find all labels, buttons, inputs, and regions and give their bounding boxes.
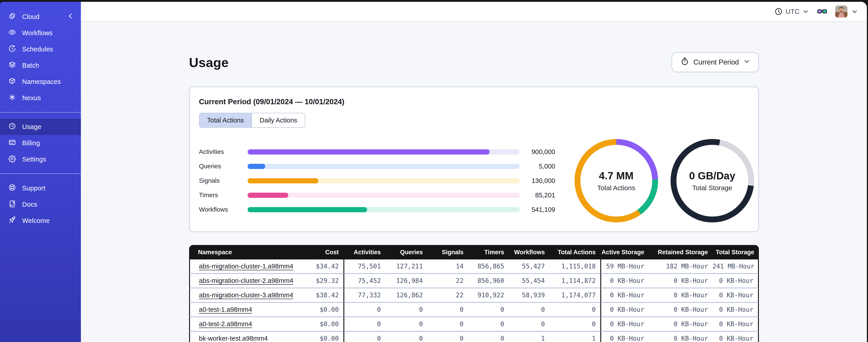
bar-track [248,149,520,155]
page-content: Usage Current Period [81,22,867,342]
sidebar-item-label: Settings [22,156,46,163]
sidebar-item-label: Welcome [22,217,50,225]
value-cell: 0 [385,332,428,342]
namespace-cell: abs-migration-cluster-2.a98mm4 [189,274,316,288]
namespace-link[interactable]: abs-migration-cluster-2.a98mm4 [199,277,293,284]
column-header: Timers [468,245,509,260]
value-cell: $0.00 [316,317,343,332]
tab-total-actions[interactable]: Total Actions [199,113,252,127]
sidebar-item-billing[interactable]: Billing [0,135,81,151]
sidebar-item-label: Batch [22,62,39,69]
settings-gear-icon [8,155,16,164]
value-cell: 0 KB-Hour [600,332,649,342]
panel-title: Current Period (09/01/2024 — 10/01/2024) [199,98,749,106]
value-cell: 126,862 [385,288,428,303]
value-cell: 0 [509,317,550,332]
namespace-cell: abs-migration-cluster-3.a98mm4 [189,288,316,303]
value-cell: 0 [385,317,428,332]
tab-daily-actions[interactable]: Daily Actions [251,113,305,127]
bar-fill [248,149,490,155]
sidebar-item-docs[interactable]: Docs [0,196,81,212]
bar-track [248,193,520,198]
value-cell: 182 MB-Hour [649,260,713,274]
sidebar-item-settings[interactable]: Settings [0,151,81,167]
value-cell: 0 KB-Hour [713,317,759,332]
value-cell: 0 KB-Hour [713,274,759,288]
sidebar-item-namespaces[interactable]: Namespaces [0,73,81,90]
sidebar-item-usage[interactable]: Usage [0,119,81,135]
table-row: a0-test-2.a98mm4$0.000000000 KB-Hour0 KB… [189,317,759,332]
chevron-down-icon [743,58,750,67]
namespace-link[interactable]: a0-test-1.a98mm4 [199,306,252,313]
usage-bar-row: Queries5,000 [199,159,555,173]
timezone-selector[interactable]: UTC [774,7,809,16]
user-menu[interactable] [835,5,858,18]
sidebar-brand[interactable]: Cloud [0,8,81,25]
value-cell: 0 KB-Hour [600,288,649,303]
sidebar-item-label: Support [22,184,45,192]
namespace-link[interactable]: bk-worker-test.a98mm4 [199,335,268,342]
namespace-link[interactable]: abs-migration-cluster-1.a98mm4 [199,263,293,270]
docs-book-icon [8,200,16,209]
value-cell: 77,332 [343,288,385,303]
value-cell: 0 KB-Hour [600,274,649,288]
bar-value: 130,000 [520,177,555,184]
sidebar-item-welcome[interactable]: Welcome [0,212,81,229]
total-storage-value: 0 GB/Day [689,170,735,182]
value-cell: $0.00 [316,303,343,317]
value-cell: $0.00 [316,332,343,342]
brand-label: Cloud [22,13,39,21]
schedules-icon [8,44,16,54]
sidebar-item-workflows[interactable]: Workflows [0,25,81,41]
column-header: Workflows [509,245,550,260]
value-cell: 0 KB-Hour [713,288,759,303]
current-period-panel: Current Period (09/01/2024 — 10/01/2024)… [189,87,759,232]
sidebar-item-label: Workflows [22,29,53,37]
support-lifering-icon [8,183,16,193]
table-row: abs-migration-cluster-3.a98mm4$38.4277,3… [189,288,759,303]
namespace-link[interactable]: abs-migration-cluster-3.a98mm4 [199,292,293,299]
table-row: abs-migration-cluster-1.a98mm4$34.4275,5… [189,260,759,274]
total-actions-label: Total Actions [597,184,635,192]
bar-track [248,178,520,183]
avatar[interactable] [835,5,847,18]
bar-fill [248,193,288,198]
namespace-cell: a0-test-2.a98mm4 [189,317,316,332]
value-cell: 0 KB-Hour [600,317,649,332]
value-cell: 241 MB-Hour [713,260,759,274]
sidebar-item-schedules[interactable]: Schedules [0,41,81,57]
period-selector-button[interactable]: Current Period [672,52,759,72]
namespace-link[interactable]: a0-test-2.a98mm4 [199,320,252,328]
column-header: Queries [385,245,428,260]
table-header-row: NamespaceCostActivitiesQueriesSignalsTim… [189,245,759,260]
usage-donuts: 4.7 MM Total Actions 0 GB/Day Total Stor… [575,139,754,223]
sidebar-item-batch[interactable]: Batch [0,57,81,73]
value-cell: 0 KB-Hour [649,274,713,288]
billing-card-icon [8,138,16,148]
value-cell: 1,114,872 [550,274,600,288]
bar-value: 541,109 [520,206,555,213]
value-cell: 1,115,018 [550,260,600,274]
value-cell: 910,922 [468,288,509,303]
column-header: Namespace [189,245,316,260]
batch-icon [8,61,16,70]
column-header: Total Actions [550,245,600,260]
bar-fill [248,164,265,169]
value-cell: 856,865 [468,260,509,274]
value-cell: 14 [428,260,468,274]
value-cell: 0 KB-Hour [649,303,713,317]
workflows-icon [8,28,16,38]
glasses-icon[interactable] [817,6,828,17]
table-row: abs-migration-cluster-2.a98mm4$29.3275,4… [189,274,759,288]
value-cell: 22 [428,288,468,303]
sidebar-item-nexus[interactable]: Nexus [0,90,81,106]
welcome-rocket-icon [8,216,16,226]
value-cell: 0 [428,303,468,317]
collapse-sidebar-chevron-icon[interactable] [66,12,74,22]
timezone-label: UTC [785,8,800,15]
usage-bar-row: Timers85,201 [199,188,555,202]
sidebar-item-support[interactable]: Support [0,180,81,196]
value-cell: 0 [428,317,468,332]
bar-label: Workflows [199,206,248,213]
bar-label: Signals [199,177,248,184]
